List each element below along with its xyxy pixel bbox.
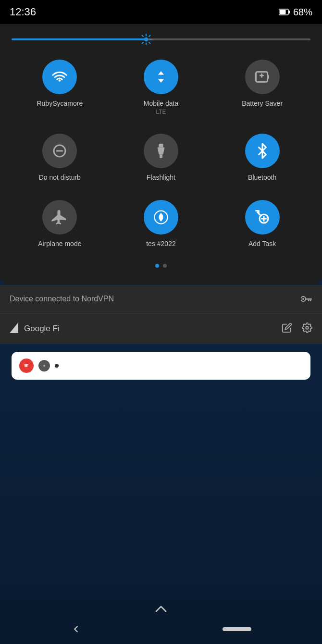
tile-flashlight[interactable]: Flashlight	[113, 126, 210, 187]
battery-saver-label: Battery Saver	[242, 99, 283, 108]
flashlight-icon-bg	[144, 134, 178, 168]
media-bar-wrapper	[0, 344, 322, 387]
svg-line-8	[142, 36, 143, 37]
tile-dnd[interactable]: Do not disturb	[12, 126, 108, 187]
brightness-thumb	[139, 33, 153, 46]
page-dot-1[interactable]	[155, 264, 159, 268]
sun-icon	[140, 33, 152, 46]
mobile-data-icon	[152, 68, 170, 86]
nav-bar	[0, 617, 322, 644]
mobile-data-sublabel: LTE	[156, 109, 166, 115]
status-right: 68%	[279, 7, 312, 18]
page-indicators	[12, 264, 310, 268]
network-left: Google Fi	[10, 322, 60, 335]
network-name: Google Fi	[24, 324, 60, 334]
addtask-icon	[254, 209, 271, 226]
svg-line-11	[142, 42, 143, 43]
wifi-label: RubySycamore	[37, 99, 83, 108]
svg-point-24	[302, 298, 304, 300]
media-notification-dot	[55, 364, 59, 368]
svg-point-30	[23, 362, 29, 369]
airplane-icon	[51, 209, 68, 226]
nav-hint	[0, 599, 322, 617]
svg-rect-13	[267, 75, 269, 79]
svg-point-29	[306, 326, 309, 329]
svg-rect-25	[305, 298, 312, 300]
svg-rect-18	[159, 144, 163, 148]
dnd-icon-bg	[42, 134, 77, 168]
addtask-icon-bg	[245, 200, 280, 235]
dnd-icon	[51, 142, 68, 160]
svg-rect-27	[308, 299, 310, 301]
vpn-bar: Device connected to NordVPN	[0, 285, 322, 313]
tile-mobile-data[interactable]: Mobile data LTE	[113, 52, 210, 121]
flashlight-label: Flashlight	[147, 173, 175, 182]
tile-airplane[interactable]: Airplane mode	[12, 192, 108, 254]
bluetooth-label: Bluetooth	[248, 173, 276, 182]
svg-marker-28	[10, 322, 18, 333]
home-button[interactable]	[223, 627, 251, 631]
brightness-track	[12, 38, 310, 40]
tile-nordvpn[interactable]: tes #2022	[113, 192, 210, 254]
network-actions	[282, 322, 312, 335]
flashlight-icon	[152, 142, 170, 160]
tile-bluetooth[interactable]: Bluetooth	[214, 126, 310, 187]
brightness-fill	[12, 38, 146, 40]
battery-saver-icon-bg	[245, 60, 280, 94]
spotify-icon	[19, 359, 34, 373]
svg-rect-1	[288, 11, 290, 13]
signal-icon	[10, 322, 18, 335]
battery-percent: 68%	[293, 7, 312, 18]
network-bar: Google Fi	[0, 313, 322, 344]
tile-wifi[interactable]: RubySycamore	[12, 52, 108, 121]
quick-settings-panel: RubySycamore Mobile data LTE	[0, 24, 322, 284]
settings-icon[interactable]	[302, 322, 312, 335]
svg-point-32	[43, 365, 45, 367]
tiles-grid: RubySycamore Mobile data LTE	[12, 52, 310, 254]
bottom-nav-area	[0, 599, 322, 644]
wifi-icon	[51, 68, 68, 86]
page-dot-2[interactable]	[163, 264, 167, 268]
svg-line-9	[149, 42, 150, 43]
airplane-label: Airplane mode	[38, 239, 81, 248]
bluetooth-icon-bg	[245, 134, 280, 168]
mobile-data-label: Mobile data	[144, 99, 178, 108]
tile-addtask[interactable]: Add Task	[214, 192, 310, 254]
svg-rect-26	[310, 299, 311, 301]
svg-rect-2	[279, 10, 285, 14]
nordvpn-label: tes #2022	[146, 239, 176, 248]
status-time: 12:36	[10, 6, 36, 18]
nordvpn-icon	[152, 209, 170, 226]
status-bar: 12:36 68%	[0, 0, 322, 24]
vpn-text: Device connected to NordVPN	[10, 295, 114, 303]
vpn-key-icon	[301, 294, 312, 305]
wifi-icon-bg	[42, 60, 77, 94]
svg-rect-19	[160, 155, 162, 159]
battery-icon	[279, 9, 290, 15]
chevron-up-icon	[154, 605, 168, 613]
mobile-data-icon-bg	[144, 60, 178, 94]
svg-line-10	[149, 36, 150, 37]
edit-icon[interactable]	[282, 322, 292, 335]
back-button[interactable]	[71, 624, 81, 634]
nordvpn-icon-bg	[144, 200, 178, 235]
media-icon2	[38, 360, 50, 372]
battery-saver-icon	[254, 68, 271, 86]
brightness-slider[interactable]	[12, 38, 310, 40]
svg-point-3	[144, 37, 149, 42]
bluetooth-icon	[254, 142, 271, 160]
airplane-icon-bg	[42, 200, 77, 235]
addtask-label: Add Task	[248, 239, 276, 248]
brightness-container[interactable]	[12, 34, 310, 52]
tile-battery-saver[interactable]: Battery Saver	[214, 52, 310, 121]
dnd-label: Do not disturb	[39, 173, 81, 182]
media-bar[interactable]	[12, 352, 310, 380]
